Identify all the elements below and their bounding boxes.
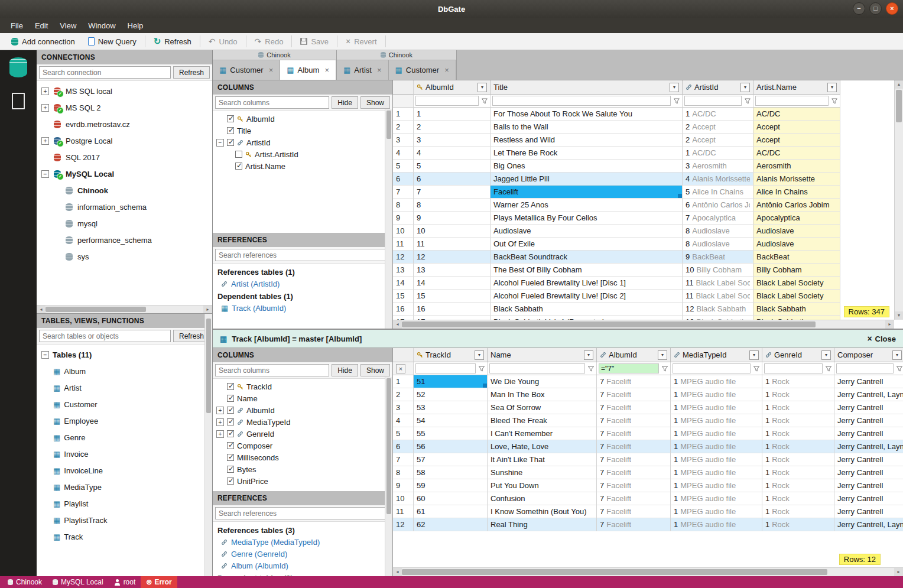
redo-button[interactable]: ↷ Redo <box>248 35 290 48</box>
filter-icon[interactable] <box>673 98 680 105</box>
grid-cell[interactable]: Plays Metallica By Four Cellos <box>491 212 683 225</box>
row-number[interactable]: 7 <box>393 453 414 466</box>
row-number[interactable]: 4 <box>393 147 414 160</box>
scrollbar-thumb[interactable] <box>386 111 391 139</box>
column-header-title[interactable]: Title▾ <box>491 80 683 95</box>
column-header-genreid[interactable]: GenreId▾ <box>762 348 834 362</box>
grid-cell[interactable]: The Best Of Billy Cobham <box>491 264 683 277</box>
grid-cell[interactable]: 11 <box>414 238 491 251</box>
column-checkbox[interactable] <box>227 454 234 461</box>
search-connection-input[interactable] <box>39 66 171 79</box>
grid-cell[interactable]: Aerosmith <box>753 160 840 173</box>
album-columns-scrollbar[interactable] <box>385 109 392 329</box>
grid-cell[interactable]: Alcohol Fueled Brewtality Live! [Disc 2] <box>491 290 683 303</box>
grid-cell[interactable]: Black Label Society <box>753 290 840 303</box>
grid-cell[interactable]: 4 <box>414 147 491 160</box>
table-item-artist[interactable]: ▦Artist <box>37 379 212 396</box>
row-number[interactable]: 8 <box>393 199 414 212</box>
selection-handle[interactable] <box>483 384 487 388</box>
grid-cell[interactable]: Jerry Cantrell <box>834 505 903 518</box>
grid-cell[interactable]: 13 <box>414 264 491 277</box>
row-number[interactable]: 16 <box>393 303 414 316</box>
grid-cell[interactable]: 7Facelift <box>597 427 671 440</box>
connection-item[interactable]: +MS SQL local <box>37 83 212 99</box>
grid-cell[interactable]: Jerry Cantrell, Layne Staley <box>834 518 903 531</box>
grid-cell[interactable]: 56 <box>414 440 488 453</box>
collapse-icon[interactable]: − <box>41 351 49 359</box>
grid-cell[interactable]: Jerry Cantrell <box>834 479 903 492</box>
filter-input-albumid[interactable] <box>415 96 479 106</box>
grid-cell[interactable]: It Ain't Like That <box>488 453 597 466</box>
menu-view[interactable]: View <box>54 20 82 32</box>
tab-customer[interactable]: ▦Customer× <box>389 60 456 80</box>
table-item-playlist[interactable]: ▦Playlist <box>37 495 212 512</box>
grid-cell[interactable]: Black Sabbath <box>753 316 840 320</box>
menu-edit[interactable]: Edit <box>29 20 54 32</box>
column-checkbox[interactable] <box>227 407 234 414</box>
scrollbar-thumb[interactable] <box>386 378 391 514</box>
grid-cell[interactable]: 2Accept <box>683 134 753 147</box>
column-item-artist.name[interactable]: Artist.Name <box>213 160 392 172</box>
filter-input-composer[interactable] <box>836 363 894 373</box>
grid-cell[interactable]: 52 <box>414 388 488 401</box>
grid-cell[interactable]: 6Antônio Carlos Jobim <box>683 199 753 212</box>
column-header-trackid[interactable]: TrackId▾ <box>414 348 488 362</box>
selected-cell[interactable]: 51 <box>414 375 488 388</box>
table-item-invoice[interactable]: ▦Invoice <box>37 446 212 462</box>
grid-cell[interactable]: 2Accept <box>683 121 753 134</box>
table-item-employee[interactable]: ▦Employee <box>37 412 212 429</box>
grid-cell[interactable]: 1Rock <box>762 388 834 401</box>
tab-close-icon[interactable]: × <box>269 66 274 74</box>
grid-cell[interactable]: 7Facelift <box>597 414 671 427</box>
grid-cell[interactable]: 9BackBeat <box>683 251 753 264</box>
row-number[interactable]: 6 <box>393 440 414 453</box>
column-item-albumid[interactable]: AlbumId <box>213 113 392 125</box>
column-menu-button[interactable]: ▾ <box>740 83 750 92</box>
close-button[interactable]: × <box>886 2 898 15</box>
grid-cell[interactable]: 60 <box>414 492 488 505</box>
filter-input-title[interactable] <box>492 96 671 106</box>
filter-icon[interactable] <box>831 98 838 105</box>
column-item-albumid[interactable]: +AlbumId <box>213 404 392 416</box>
grid-cell[interactable]: 1AC/DC <box>683 147 753 160</box>
revert-button[interactable]: × Revert <box>339 35 383 48</box>
grid-cell[interactable]: 5Alice In Chains <box>683 186 753 199</box>
show-columns-button[interactable]: Show <box>360 96 390 109</box>
grid-cell[interactable]: Warner 25 Anos <box>491 199 683 212</box>
grid-cell[interactable]: Out Of Exile <box>491 238 683 251</box>
filter-input-artist.name[interactable] <box>755 96 829 106</box>
grid-cell[interactable]: 59 <box>414 479 488 492</box>
grid-cell[interactable]: 62 <box>414 518 488 531</box>
column-menu-button[interactable]: ▾ <box>821 350 831 360</box>
row-number[interactable]: 5 <box>393 427 414 440</box>
grid-cell[interactable]: 1MPEG audio file <box>671 414 762 427</box>
grid-cell[interactable]: 7Facelift <box>597 518 671 531</box>
grid-cell[interactable]: Accept <box>753 121 840 134</box>
scrollbar-thumb[interactable] <box>402 321 816 327</box>
grid-cell[interactable]: Alice In Chains <box>753 186 840 199</box>
menu-help[interactable]: Help <box>122 20 150 32</box>
grid-cell[interactable]: 1Rock <box>762 492 834 505</box>
column-menu-button[interactable]: ▾ <box>478 83 487 92</box>
grid-cell[interactable]: 8Audioslave <box>683 225 753 238</box>
status-user[interactable]: root <box>109 576 141 588</box>
grid-cell[interactable]: Jerry Cantrell <box>834 375 903 388</box>
grid-cell[interactable]: Jerry Cantrell, Layne Staley <box>834 388 903 401</box>
grid-cell[interactable]: 1Rock <box>762 375 834 388</box>
filter-input-trackid[interactable] <box>415 363 476 373</box>
grid-cell[interactable]: We Die Young <box>488 375 597 388</box>
scrollbar-thumb[interactable] <box>46 307 146 312</box>
grid-cell[interactable]: 14 <box>414 277 491 290</box>
grid-cell[interactable]: 11Black Label Society <box>683 290 753 303</box>
column-menu-button[interactable]: ▾ <box>749 350 759 360</box>
grid-cell[interactable]: Jerry Cantrell <box>834 466 903 479</box>
grid-cell[interactable]: Alcohol Fueled Brewtality Live! [Disc 1] <box>491 277 683 290</box>
expand-icon[interactable]: + <box>216 407 224 414</box>
new-query-button[interactable]: New Query <box>82 35 143 48</box>
grid-cell[interactable]: Bleed The Freak <box>488 414 597 427</box>
row-number[interactable]: 17 <box>393 316 414 320</box>
grid-cell[interactable]: 1Rock <box>762 466 834 479</box>
column-item-mediatypeid[interactable]: +MediaTypeId <box>213 416 392 428</box>
grid-cell[interactable]: 5 <box>414 160 491 173</box>
scroll-down-icon[interactable]: ▾ <box>895 311 903 320</box>
